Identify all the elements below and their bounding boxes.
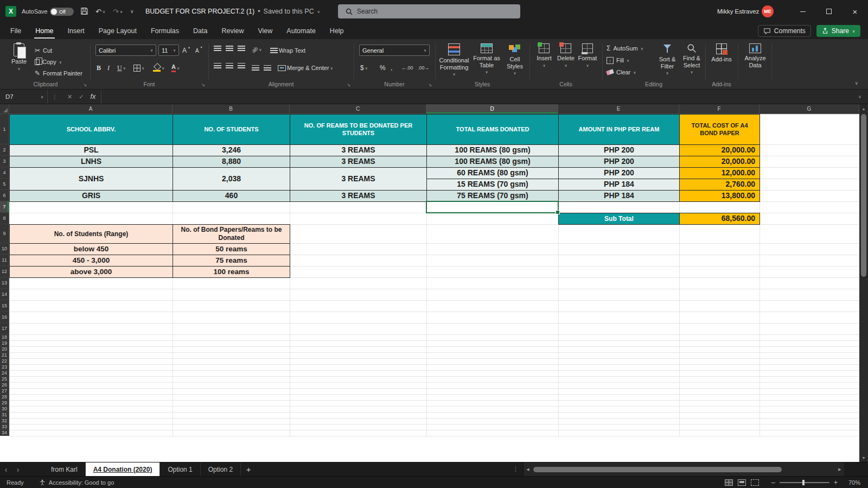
menu-tab-formulas[interactable]: Formulas [144, 23, 186, 39]
clipboard-dialog-launcher-icon[interactable]: ↘ [83, 83, 87, 87]
copy-button[interactable]: Copy∨ [35, 57, 62, 67]
orientation-button[interactable]: ab∨ [252, 45, 261, 54]
search-input[interactable] [357, 8, 509, 15]
row-header-18[interactable]: 18 [0, 334, 9, 340]
row-header-6[interactable]: 6 [0, 190, 9, 201]
normal-view-icon[interactable] [725, 479, 733, 486]
cut-button[interactable]: ✂Cut [35, 46, 52, 55]
sheet-tab-option-1[interactable]: Option 1 [160, 462, 200, 476]
expand-formula-bar-icon[interactable]: ∨ [852, 90, 868, 104]
row-header-29[interactable]: 29 [0, 400, 9, 406]
analyze-data-button[interactable]: Analyze Data [741, 43, 769, 68]
format-cells-button[interactable]: Format ∨ [577, 43, 598, 67]
menu-tab-data[interactable]: Data [186, 23, 214, 39]
page-layout-view-icon[interactable] [738, 479, 746, 486]
cell-D6[interactable]: 75 REAMS (70 gsm) [426, 190, 559, 202]
selected-cell-D7[interactable] [426, 201, 559, 213]
cell-C3[interactable]: 3 REAMS [290, 156, 427, 168]
cell-F6[interactable]: 13,800.00 [679, 190, 760, 202]
vertical-scrollbar[interactable]: ▲ ▼ [859, 104, 868, 462]
tab-options-icon[interactable]: ⋮ [508, 462, 523, 476]
row-header-33[interactable]: 33 [0, 424, 9, 430]
row-header-30[interactable]: 30 [0, 406, 9, 412]
cell-E1[interactable]: AMOUNT IN PHP PER REAM [558, 114, 680, 145]
cell-F4[interactable]: 12,000.00 [679, 167, 760, 179]
maximize-button[interactable] [816, 0, 842, 23]
row-header-14[interactable]: 14 [0, 289, 9, 300]
cell-B10[interactable]: 50 reams [173, 243, 290, 255]
cell-E6[interactable]: PHP 184 [558, 190, 680, 202]
row-header-25[interactable]: 25 [0, 376, 9, 382]
menu-tab-page-layout[interactable]: Page Layout [92, 23, 144, 39]
row-header-10[interactable]: 10 [0, 243, 9, 255]
row-header-31[interactable]: 31 [0, 412, 9, 418]
borders-button[interactable]: ∨ [133, 63, 144, 73]
font-name-select[interactable]: Calibri∨ [95, 45, 156, 56]
row-header-34[interactable]: 34 [0, 430, 9, 436]
share-button[interactable]: Share ∨ [816, 25, 860, 37]
enter-icon[interactable]: ✓ [79, 93, 84, 100]
scroll-right-icon[interactable]: ▶ [835, 467, 844, 472]
sheet-tab-from-karl[interactable]: from Karl [43, 462, 86, 476]
increase-decimal-button[interactable]: ←.00 [401, 63, 413, 73]
insert-function-icon[interactable]: fx [90, 93, 95, 100]
column-header-G[interactable]: G [760, 104, 859, 114]
cell-A1[interactable]: SCHOOL ABBRV. [9, 114, 173, 145]
row-header-12[interactable]: 12 [0, 266, 9, 277]
undo-icon[interactable]: ↶∨ [95, 0, 105, 23]
addins-button[interactable]: Add-ins [710, 43, 733, 63]
collapse-ribbon-icon[interactable]: ∨ [854, 80, 858, 86]
number-dialog-launcher-icon[interactable]: ↘ [428, 83, 432, 87]
name-box[interactable]: D7∨ [0, 90, 48, 104]
decrease-indent-icon[interactable] [252, 63, 259, 73]
cell-B11[interactable]: 75 reams [173, 255, 290, 267]
row-header-5[interactable]: 5 [0, 179, 9, 190]
column-header-E[interactable]: E [558, 104, 679, 114]
cell-B3[interactable]: 8,880 [173, 156, 290, 168]
user-avatar[interactable]: ME [762, 5, 774, 17]
menu-tab-automate[interactable]: Automate [279, 23, 323, 39]
horizontal-scrollbar[interactable]: ◀ ▶ [523, 462, 844, 476]
cell-D5[interactable]: 15 REAMS (70 gsm) [426, 179, 559, 191]
zoom-slider-thumb[interactable] [802, 480, 805, 485]
row-header-32[interactable]: 32 [0, 418, 9, 424]
italic-button[interactable]: I [107, 63, 110, 73]
row-header-24[interactable]: 24 [0, 370, 9, 376]
grow-font-button[interactable]: A▲ [182, 46, 190, 55]
row-header-17[interactable]: 17 [0, 323, 9, 334]
scroll-left-icon[interactable]: ◀ [524, 467, 532, 472]
align-top-icon[interactable] [214, 46, 221, 52]
cell-A4[interactable]: SJNHS [9, 167, 173, 191]
insert-cells-button[interactable]: Insert ∨ [534, 43, 554, 67]
save-icon[interactable] [80, 7, 88, 15]
column-header-A[interactable]: A [9, 104, 173, 114]
row-header-8[interactable]: 8 [0, 213, 9, 224]
clear-button[interactable]: Clear∨ [607, 67, 636, 77]
menu-tab-help[interactable]: Help [323, 23, 351, 39]
row-header-2[interactable]: 2 [0, 144, 9, 156]
row-header-16[interactable]: 16 [0, 312, 9, 323]
row-header-19[interactable]: 19 [0, 340, 9, 346]
cell-E3[interactable]: PHP 200 [558, 156, 680, 168]
new-sheet-button[interactable]: + [241, 462, 256, 476]
cell-A10[interactable]: below 450 [9, 243, 173, 255]
fill-color-button[interactable]: ∨ [153, 63, 164, 73]
number-format-select[interactable]: General∨ [359, 45, 430, 56]
spreadsheet-grid[interactable]: ABCDEFG123456789101112131415161718192021… [0, 104, 859, 462]
wrap-text-button[interactable]: Wrap Text [270, 46, 305, 55]
cell-A11[interactable]: 450 - 3,000 [9, 255, 173, 267]
redo-icon[interactable]: ↷∨ [113, 0, 123, 23]
row-header-11[interactable]: 11 [0, 255, 9, 266]
tabs-scroll-left-icon[interactable]: ‹ [0, 462, 12, 476]
cell-D4[interactable]: 60 REAMS (80 gsm) [426, 167, 559, 179]
bold-button[interactable]: B [97, 63, 101, 73]
cell-F8[interactable]: 68,560.00 [679, 213, 760, 225]
autosum-button[interactable]: ΣAutoSum∨ [607, 43, 643, 53]
cell-styles-button[interactable]: Cell Styles ∨ [502, 43, 527, 75]
vertical-scroll-thumb[interactable] [861, 114, 866, 277]
format-painter-button[interactable]: ✎Format Painter [35, 68, 82, 78]
cell-F1[interactable]: TOTAL COST OF A4 BOND PAPER [679, 114, 760, 145]
cell-E8[interactable]: Sub Total [558, 213, 680, 225]
scroll-down-icon[interactable]: ▼ [859, 453, 868, 462]
cell-C6[interactable]: 3 REAMS [290, 190, 427, 202]
